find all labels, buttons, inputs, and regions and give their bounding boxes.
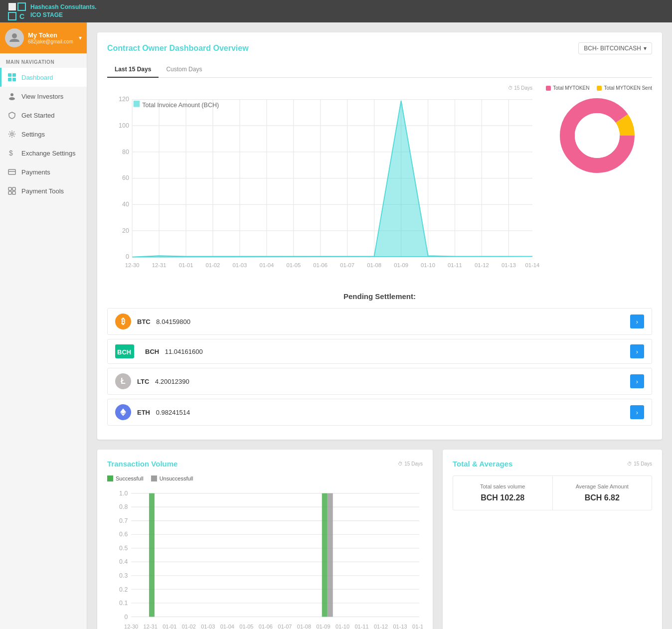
investors-label: View Investors <box>21 93 63 100</box>
svg-text:0: 0 <box>126 253 129 260</box>
tab-last-15-days[interactable]: Last 15 Days <box>107 62 159 78</box>
bch-logo: BCH <box>115 344 134 358</box>
bch-arrow-button[interactable]: › <box>630 344 644 358</box>
ltc-arrow-button[interactable]: › <box>630 374 644 388</box>
sidebar-item-investors[interactable]: View Investors <box>0 87 87 106</box>
btc-amount: BTC 8.04159800 <box>137 318 630 325</box>
svg-text:01-05: 01-05 <box>286 262 301 268</box>
sidebar-item-payment-tools[interactable]: Payment Tools <box>0 181 87 200</box>
svg-text:0.6: 0.6 <box>119 531 128 538</box>
tabs: Last 15 Days Custom Days <box>107 62 652 78</box>
tab-custom-days[interactable]: Custom Days <box>159 62 209 78</box>
svg-text:01-02: 01-02 <box>206 262 220 268</box>
exchange-icon: $ <box>7 149 16 157</box>
svg-text:01-03: 01-03 <box>233 262 247 268</box>
svg-rect-17 <box>8 191 11 194</box>
sidebar-item-dashboard[interactable]: Dashboard <box>0 68 87 87</box>
svg-text:01-10: 01-10 <box>421 262 435 268</box>
dashboard-icon <box>7 73 16 82</box>
svg-rect-15 <box>8 187 11 190</box>
svg-text:01-13: 01-13 <box>393 624 407 629</box>
eth-arrow-button[interactable]: › <box>630 405 644 419</box>
pending-settlement-title: Pending Settlement: <box>107 292 652 301</box>
svg-text:01-12: 01-12 <box>475 262 489 268</box>
svg-text:01-06: 01-06 <box>259 624 273 629</box>
svg-text:01-11: 01-11 <box>354 624 368 629</box>
svg-marker-72 <box>120 409 126 414</box>
svg-text:100: 100 <box>119 122 129 129</box>
successful-color <box>107 475 113 481</box>
svg-text:01-08: 01-08 <box>297 624 311 629</box>
svg-text:40: 40 <box>122 201 129 208</box>
svg-marker-50 <box>132 101 532 257</box>
svg-rect-2 <box>8 12 16 20</box>
svg-point-69 <box>575 113 620 158</box>
ltc-amount: LTC 4.20012390 <box>137 378 630 385</box>
eth-amount: ETH 0.98241514 <box>137 409 630 416</box>
svg-text:12-31: 12-31 <box>144 624 158 629</box>
bch-symbol: BCH <box>145 348 159 355</box>
legend-successful: Successfull <box>107 475 144 481</box>
totals-title: Total & Averages <box>453 460 512 468</box>
top-header: C Hashcash Consultants. ICO STAGE <box>0 0 672 22</box>
total-sales-cell: Total sales volume BCH 102.28 <box>453 476 553 510</box>
svg-point-4 <box>12 33 17 38</box>
eth-icon <box>115 404 131 420</box>
bch-value: 11.04161600 <box>165 348 203 355</box>
ltc-settlement-row: Ł LTC 4.20012390 › <box>107 368 652 395</box>
btc-value: 8.04159800 <box>156 318 190 325</box>
svg-text:01-09: 01-09 <box>316 624 330 629</box>
total-sales-value: BCH 102.28 <box>463 493 542 502</box>
totals-header: Total & Averages ⏱ 15 Days <box>453 460 652 468</box>
legend-mytoken-sent: Total MYTOKEN Sent <box>597 85 652 91</box>
user-info: My Token 682jake@gmail.com <box>28 31 75 44</box>
btc-icon: ₿ <box>115 314 131 329</box>
svg-text:Total Invoice Amount (BCH): Total Invoice Amount (BCH) <box>142 102 219 109</box>
ico-stage-label: ICO STAGE <box>30 11 97 19</box>
main-content: Contract Owner Dashboard Overview BCH- B… <box>87 22 672 629</box>
logo-text: Hashcash Consultants. ICO STAGE <box>30 3 97 19</box>
ltc-icon: Ł <box>115 373 131 389</box>
svg-text:12-31: 12-31 <box>152 262 167 268</box>
ltc-value: 4.20012390 <box>155 378 189 385</box>
sidebar-item-payments[interactable]: Payments <box>0 162 87 181</box>
chevron-down-icon: ▾ <box>79 34 82 41</box>
logo-icon: C <box>7 2 26 21</box>
donut-chart-svg <box>557 96 637 175</box>
svg-text:0.7: 0.7 <box>119 517 128 524</box>
svg-text:01-07: 01-07 <box>340 262 354 268</box>
svg-rect-18 <box>12 191 15 194</box>
svg-rect-96 <box>322 493 328 617</box>
sidebar-item-get-started[interactable]: Get Started <box>0 106 87 125</box>
btc-symbol: BTC <box>137 318 151 325</box>
svg-text:01-11: 01-11 <box>448 262 462 268</box>
successful-label: Successfull <box>116 475 144 481</box>
svg-text:01-03: 01-03 <box>201 624 215 629</box>
shield-icon <box>7 111 16 120</box>
investors-icon <box>7 92 16 101</box>
sidebar-item-exchange[interactable]: $ Exchange Settings <box>0 144 87 162</box>
legend-mytoken-sent-label: Total MYTOKEN Sent <box>604 85 652 91</box>
chart-time-label: ⏱ 15 Days <box>107 85 532 91</box>
payment-tools-label: Payment Tools <box>21 187 64 195</box>
svg-text:12-30: 12-30 <box>124 624 138 629</box>
sidebar-user[interactable]: My Token 682jake@gmail.com ▾ <box>0 22 87 53</box>
svg-text:20: 20 <box>122 227 129 234</box>
svg-text:01-08: 01-08 <box>367 262 381 268</box>
svg-point-10 <box>9 97 15 100</box>
user-email: 682jake@gmail.com <box>28 39 75 44</box>
svg-text:01-14: 01-14 <box>525 262 540 268</box>
payments-icon <box>7 167 16 176</box>
svg-rect-16 <box>12 187 15 190</box>
dashboard-label: Dashboard <box>21 74 53 81</box>
currency-selector[interactable]: BCH- BITCOINCASH ▾ <box>578 42 652 54</box>
svg-text:C: C <box>19 12 24 20</box>
ltc-symbol: LTC <box>137 378 149 385</box>
svg-text:0.1: 0.1 <box>119 600 128 607</box>
eth-value: 0.98241514 <box>156 409 190 416</box>
btc-arrow-button[interactable]: › <box>630 314 644 328</box>
settings-label: Settings <box>21 131 45 138</box>
bottom-row: Transaction Volume ⏱ 15 Days Successfull… <box>97 450 662 629</box>
svg-text:01-01: 01-01 <box>163 624 176 629</box>
sidebar-item-settings[interactable]: Settings <box>0 125 87 144</box>
